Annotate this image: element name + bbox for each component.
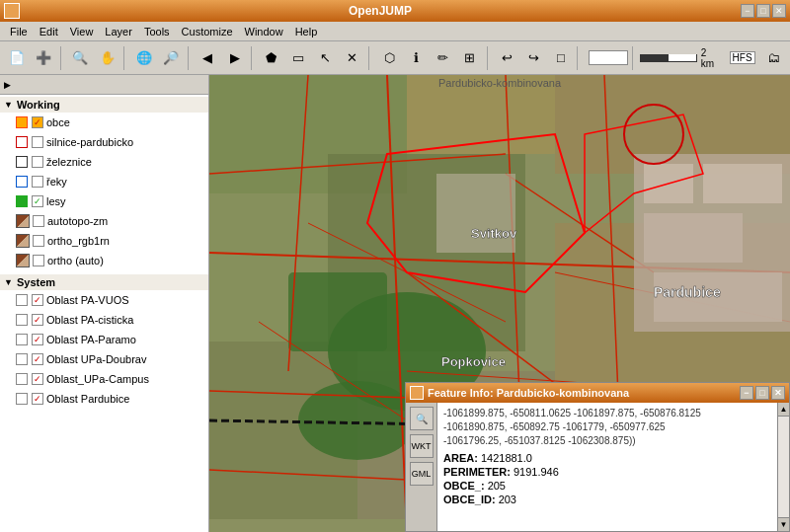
edit-attr-button[interactable]: ✏ bbox=[431, 45, 455, 71]
layer-check-ortho-auto[interactable] bbox=[33, 255, 44, 266]
layer-name-zeleznice: železnice bbox=[46, 156, 92, 168]
obce-id-value: 203 bbox=[499, 494, 516, 505]
menu-bar: File Edit View Layer Tools Customize Win… bbox=[0, 22, 790, 41]
layer-item-ortho-auto[interactable]: ortho (auto) bbox=[0, 251, 208, 270]
layer-item-zeleznice[interactable]: železnice bbox=[0, 152, 208, 172]
menu-view[interactable]: View bbox=[64, 24, 100, 39]
perimeter-value: 9191.946 bbox=[514, 466, 559, 478]
system-group-label[interactable]: ▼ System bbox=[0, 274, 208, 290]
fi-gml-button[interactable]: GML bbox=[410, 462, 434, 486]
clear-button[interactable]: ✕ bbox=[340, 45, 364, 71]
layer-item-pa-paramo[interactable]: ✓ Oblast PA-Paramo bbox=[0, 330, 208, 349]
working-group-label[interactable]: ▼ Working bbox=[0, 97, 208, 113]
toolbar-separator-3 bbox=[188, 46, 192, 70]
raster-icon-autotopo bbox=[16, 214, 30, 228]
scrollbar-down-button[interactable]: ▼ bbox=[778, 517, 789, 531]
layer-color-obce bbox=[16, 116, 28, 128]
group-arrow-system: ▼ bbox=[4, 277, 13, 287]
fi-close-button[interactable]: ✕ bbox=[771, 386, 785, 400]
scale-input[interactable]: 469 bbox=[589, 50, 628, 65]
layer-color-pa-vuos bbox=[16, 294, 28, 306]
layer-item-upa-campus[interactable]: ✓ Oblast_UPa-Campus bbox=[0, 369, 208, 389]
layer-item-pa-cisticka[interactable]: ✓ Oblast PA-cisticka bbox=[0, 310, 208, 330]
layer-name-ortho-auto: ortho (auto) bbox=[47, 255, 104, 266]
maximize-button[interactable]: □ bbox=[756, 4, 770, 18]
layer-name-silnice: silnice-pardubicko bbox=[46, 136, 133, 148]
obce-label: OBCE_: bbox=[443, 480, 485, 492]
layer-check-pa-paramo[interactable]: ✓ bbox=[32, 334, 43, 345]
feature-info-area: AREA: 1421881.0 bbox=[443, 452, 771, 464]
svg-rect-30 bbox=[703, 164, 782, 203]
add-button[interactable]: ➕ bbox=[31, 45, 55, 71]
sidebar-arrow[interactable]: ▶ bbox=[4, 80, 11, 90]
layer-check-pa-vuos[interactable]: ✓ bbox=[32, 294, 43, 306]
feature-info-body: 🔍 WKT GML -1061899.875, -650811.0625 -10… bbox=[406, 403, 789, 531]
layer-item-silnice[interactable]: silnice-pardubicko bbox=[0, 132, 208, 152]
feature-info-obce: OBCE_: 205 bbox=[443, 480, 771, 492]
rectangle-button[interactable]: ▭ bbox=[286, 45, 311, 71]
zoom-extent-button[interactable]: 🔎 bbox=[158, 45, 183, 71]
layer-item-reky[interactable]: řeky bbox=[0, 172, 208, 191]
info-button[interactable]: ℹ bbox=[404, 45, 429, 71]
app-title: OpenJUMP bbox=[20, 4, 741, 18]
scrollbar-up-button[interactable]: ▲ bbox=[778, 403, 789, 417]
layer-item-upa-doubrav[interactable]: ✓ Oblast UPa-Doubrav bbox=[0, 349, 208, 369]
layer-check-autotopo[interactable] bbox=[33, 215, 44, 227]
fi-maximize-button[interactable]: □ bbox=[755, 386, 769, 400]
select-button[interactable]: ↖ bbox=[313, 45, 338, 71]
layer-check-obce[interactable]: ✓ bbox=[32, 116, 43, 128]
layer-item-autotopo[interactable]: autotopo-zm bbox=[0, 211, 208, 231]
menu-file[interactable]: File bbox=[4, 24, 34, 39]
forward-button[interactable]: ▶ bbox=[222, 45, 247, 71]
feature-info-icon bbox=[410, 386, 424, 400]
3d-button[interactable]: ⬡ bbox=[376, 45, 401, 71]
feature-info-scrollbar[interactable]: ▲ ▼ bbox=[777, 403, 789, 531]
layer-item-ortho-rgb[interactable]: ortho_rgb1rn bbox=[0, 231, 208, 251]
menu-edit[interactable]: Edit bbox=[34, 24, 64, 39]
svg-rect-33 bbox=[436, 174, 515, 253]
minimize-button[interactable]: − bbox=[741, 4, 754, 18]
menu-customize[interactable]: Customize bbox=[176, 24, 239, 39]
layer-item-lesy[interactable]: ✓ lesy bbox=[0, 191, 208, 211]
layers-button[interactable]: 🗂 bbox=[761, 45, 786, 71]
layer-item-obce[interactable]: ✓ obce bbox=[0, 113, 208, 132]
layer-name-pa-vuos: Oblast PA-VUOS bbox=[46, 294, 129, 306]
layer-item-pa-vuos[interactable]: ✓ Oblast PA-VUOS bbox=[0, 290, 208, 310]
menu-layer[interactable]: Layer bbox=[99, 24, 138, 39]
back-button[interactable]: ◀ bbox=[196, 45, 220, 71]
menu-help[interactable]: Help bbox=[289, 24, 324, 39]
table-button[interactable]: ⊞ bbox=[457, 45, 482, 71]
menu-tools[interactable]: Tools bbox=[138, 24, 176, 39]
new-button[interactable]: 📄 bbox=[4, 45, 29, 71]
layer-check-reky[interactable] bbox=[32, 176, 43, 188]
layer-check-ortho-rgb[interactable] bbox=[33, 235, 44, 247]
map-area[interactable]: Pardubicko-kombinovana bbox=[209, 75, 790, 532]
fi-zoom-button[interactable]: 🔍 bbox=[410, 407, 434, 430]
layer-check-pa-cisticka[interactable]: ✓ bbox=[32, 314, 43, 326]
globe-button[interactable]: 🌐 bbox=[131, 45, 156, 71]
fi-wkt-button[interactable]: WKT bbox=[410, 434, 434, 458]
undo-button[interactable]: ↩ bbox=[495, 45, 519, 71]
layer-check-zeleznice[interactable] bbox=[32, 156, 43, 168]
layer-color-upa-doubrav bbox=[16, 353, 28, 365]
polygon-button[interactable]: ⬟ bbox=[259, 45, 283, 71]
layer-check-upa-doubrav[interactable]: ✓ bbox=[32, 353, 43, 365]
redo-button[interactable]: ↪ bbox=[521, 45, 546, 71]
zoom-in-button[interactable]: 🔍 bbox=[68, 45, 93, 71]
layer-check-silnice[interactable] bbox=[32, 136, 43, 148]
layer-check-pardubice[interactable]: ✓ bbox=[32, 393, 43, 405]
layer-item-pardubice[interactable]: ✓ Oblast Pardubice bbox=[0, 389, 208, 409]
snap-button[interactable]: □ bbox=[548, 45, 573, 71]
toolbar-separator-6 bbox=[487, 46, 491, 70]
menu-window[interactable]: Window bbox=[239, 24, 289, 39]
fi-minimize-button[interactable]: − bbox=[740, 386, 753, 400]
layer-check-lesy[interactable]: ✓ bbox=[32, 195, 43, 207]
system-group-name: System bbox=[17, 276, 55, 288]
layer-check-upa-campus[interactable]: ✓ bbox=[32, 373, 43, 385]
layer-name-upa-campus: Oblast_UPa-Campus bbox=[46, 373, 149, 385]
close-button[interactable]: ✕ bbox=[772, 4, 786, 18]
feature-info-coords: -1061899.875, -650811.0625 -1061897.875,… bbox=[443, 407, 771, 448]
app-icon bbox=[4, 3, 20, 19]
feature-info-perimeter: PERIMETER: 9191.946 bbox=[443, 466, 771, 478]
pan-button[interactable]: ✋ bbox=[95, 45, 119, 71]
